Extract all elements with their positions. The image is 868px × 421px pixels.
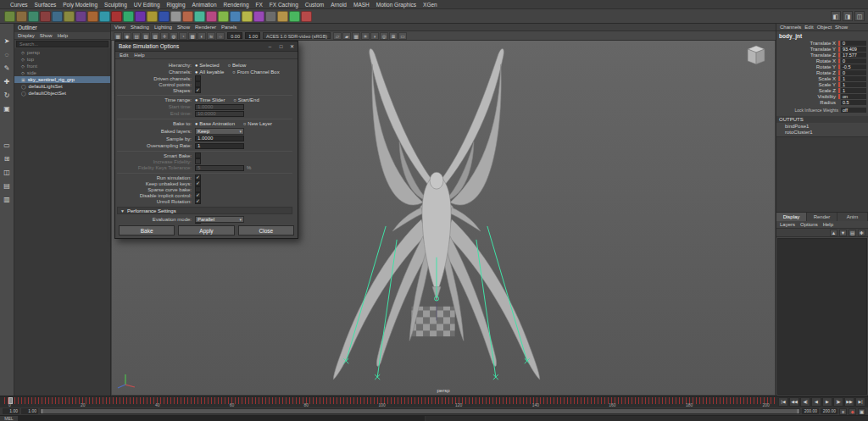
move-tool-icon[interactable]: ✚	[2, 76, 13, 87]
select-camera-icon[interactable]: ▦	[114, 32, 122, 40]
sample-by-field[interactable]: 1.0000	[195, 136, 244, 141]
shelf-icon[interactable]	[194, 11, 205, 22]
isolate-select-icon[interactable]: ◎	[380, 32, 388, 40]
lock-camera-icon[interactable]: ◉	[123, 32, 131, 40]
start-time-field[interactable]: 1.0000	[195, 104, 244, 110]
motion-blur-icon[interactable]: ≋	[207, 32, 215, 40]
viewport-menu-item[interactable]: Show	[177, 25, 190, 30]
Radius[interactable]: Radius 0.5	[776, 99, 868, 105]
empty-layer-icon[interactable]: ▤	[849, 230, 856, 236]
keyframe-ticks[interactable]: 020406080100120140160180200	[2, 397, 776, 407]
control-points-checkbox[interactable]	[195, 81, 201, 87]
oversampling-icon[interactable]: ◍	[170, 32, 178, 40]
character-set-icon[interactable]: ≡	[839, 408, 847, 415]
layout-single-pane-icon[interactable]: ▭	[2, 140, 13, 151]
smart-bake-checkbox[interactable]	[195, 152, 201, 158]
channel-box-menu-item[interactable]: Show	[835, 25, 848, 30]
shelf-icon[interactable]	[135, 11, 146, 22]
menu-item[interactable]: Motion Graphics	[373, 0, 420, 9]
layer-editor-tab[interactable]: Render	[807, 213, 837, 221]
paint-select-tool-icon[interactable]: ✎	[2, 63, 13, 74]
new-layer-radio[interactable]: ○New Layer	[243, 121, 272, 126]
channel-value-field[interactable]: 17.577	[841, 53, 866, 58]
auto-keyframe-toggle[interactable]: ◆	[849, 408, 856, 415]
shelf-icon[interactable]	[277, 11, 288, 22]
layout-graph-editor-icon[interactable]: ▥	[2, 194, 13, 205]
viewport-menu-item[interactable]: Lighting	[154, 25, 172, 30]
scale-tool-icon[interactable]: ▣	[2, 103, 13, 114]
viewport-menu-item[interactable]: View	[114, 25, 125, 30]
layout-hypershade-icon[interactable]: ▤	[2, 180, 13, 191]
shelf-icon[interactable]	[123, 11, 134, 22]
layer-list[interactable]	[777, 238, 867, 395]
hierarchy-selected-radio[interactable]: ●Selected	[195, 63, 220, 68]
playback-end-field[interactable]: 200.00	[802, 408, 819, 414]
shelf-icon[interactable]	[253, 11, 264, 22]
channel-value-field[interactable]: on	[841, 94, 866, 99]
shelf-icon[interactable]	[64, 11, 75, 22]
go-to-start-button[interactable]: |◀	[778, 397, 788, 407]
menu-item[interactable]: FX Caching	[266, 0, 302, 9]
outliner-item[interactable]: ◇ front	[14, 63, 110, 69]
Rotate Z[interactable]: Rotate Z 0	[776, 69, 868, 75]
lasso-tool-icon[interactable]: ◌	[2, 49, 13, 60]
shelf-icon[interactable]	[159, 11, 170, 22]
lighting-mode-icon[interactable]: ☀	[361, 32, 370, 40]
sparse-curve-bake-checkbox[interactable]	[195, 186, 201, 192]
shelf-icon[interactable]	[40, 11, 51, 22]
menu-item[interactable]: Custom	[302, 0, 327, 9]
channel-box-menu-item[interactable]: Edit	[804, 25, 813, 30]
shelf-icon[interactable]	[4, 11, 15, 22]
shelf-icon[interactable]	[111, 11, 122, 22]
viewport-menu-item[interactable]: Shading	[131, 25, 149, 30]
bake-button[interactable]: Bake	[119, 225, 175, 235]
Visibility[interactable]: Visibility on	[776, 93, 868, 99]
channel-value-field[interactable]: 0	[841, 70, 866, 75]
Translate Y[interactable]: Translate Y 93.409	[776, 46, 868, 52]
toggle-outliner-icon[interactable]: ◧	[831, 11, 841, 21]
bookmarks-icon[interactable]: ▧	[142, 32, 150, 40]
outliner-menu-item[interactable]: Display	[18, 33, 35, 38]
new-layer-icon[interactable]: ✚	[858, 230, 865, 236]
menu-item[interactable]: Animation	[189, 0, 220, 9]
time-slider-radio[interactable]: ●Time Slider	[195, 97, 225, 102]
outliner-search-input[interactable]: Search...	[16, 41, 108, 47]
shelf-icon[interactable]	[99, 11, 110, 22]
layout-four-pane-icon[interactable]: ⊞	[2, 153, 13, 164]
range-track[interactable]	[40, 408, 800, 414]
range-bar[interactable]	[41, 409, 799, 413]
shelf-icon[interactable]	[87, 11, 98, 22]
Scale Z[interactable]: Scale Z 1	[776, 87, 868, 93]
channels-all-keyable-radio[interactable]: ●All keyable	[195, 69, 224, 75]
depth-of-field-icon[interactable]: ◐	[198, 32, 206, 40]
channel-value-field[interactable]: 1	[841, 76, 866, 81]
performance-settings-header[interactable]: Performance Settings	[117, 207, 292, 214]
toggle-tool-settings-icon[interactable]: ◨	[843, 11, 853, 21]
shelf-icon[interactable]	[147, 11, 158, 22]
close-window-button[interactable]: ✕	[287, 42, 298, 52]
menu-item[interactable]: Curves	[7, 0, 31, 9]
shelf-icon[interactable]	[265, 11, 276, 22]
step-back-frame-button[interactable]: ◀◀	[789, 397, 799, 407]
shelf-icon[interactable]	[52, 11, 63, 22]
channel-box-menu-item[interactable]: Channels	[780, 25, 801, 30]
shelf-icon[interactable]	[289, 11, 300, 22]
Translate X[interactable]: Translate X 0	[776, 40, 868, 46]
move-layer-down-icon[interactable]: ▼	[839, 230, 847, 236]
Translate Z[interactable]: Translate Z 17.577	[776, 52, 868, 58]
oversampling-rate-field[interactable]: 1	[195, 143, 244, 149]
select-tool-icon[interactable]: ➤	[2, 36, 13, 47]
wireframe-mode-icon[interactable]: ▱	[333, 32, 342, 40]
outliner-item[interactable]: ▣ sky_sentinel_rig_grp	[14, 76, 110, 83]
exposure-field[interactable]: 0.00	[227, 32, 242, 39]
camera-attributes-icon[interactable]: ▤	[132, 32, 141, 40]
output-node[interactable]: rotoCluster1	[776, 129, 868, 135]
channels-from-channel-box-radio[interactable]: ○From Channel Box	[232, 69, 279, 75]
end-time-field[interactable]: 10.0000	[195, 111, 244, 117]
playback-start-field[interactable]: 1.00	[21, 408, 38, 414]
Scale X[interactable]: Scale X 1	[776, 75, 868, 81]
step-back-key-button[interactable]: ◀|	[800, 397, 810, 407]
toggle-attribute-editor-icon[interactable]: ◫	[854, 11, 865, 21]
increase-fidelity-checkbox[interactable]	[195, 158, 201, 164]
apply-button[interactable]: Apply	[178, 225, 234, 235]
